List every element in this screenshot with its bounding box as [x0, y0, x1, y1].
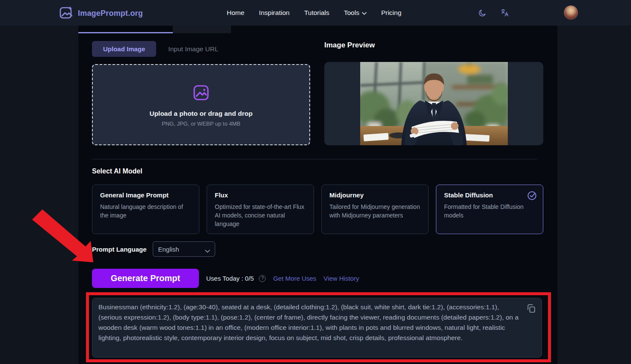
model-card-description: Formatted for Stable Diffusion models — [444, 203, 535, 220]
selected-check-icon — [527, 191, 537, 202]
select-chevron-down-icon — [205, 247, 210, 254]
generated-prompt-text: Businessman (ethnicity:1.2), (age:30-40)… — [98, 302, 523, 343]
prompt-language-row: Prompt Language English — [92, 241, 215, 257]
image-prompt-page: { "header": { "brand": "ImagePrompt.org"… — [0, 0, 631, 364]
section-divider — [92, 159, 537, 159]
tool-content-panel: Upload Image Input Image URL Upload a ph… — [78, 26, 557, 364]
model-card-title: Midjourney — [329, 191, 421, 199]
nav-tools[interactable]: Tools — [344, 9, 367, 17]
model-card-title: General Image Prompt — [100, 191, 191, 199]
view-history-link[interactable]: View History — [323, 275, 359, 282]
chevron-down-icon — [362, 9, 367, 17]
brand-logo[interactable]: ImagePrompt.org — [59, 6, 143, 21]
user-avatar[interactable] — [564, 6, 578, 20]
main-nav: Home Inspiration Tutorials Tools Pricing — [227, 0, 401, 26]
model-card-title: Stable Diffusion — [444, 191, 535, 199]
generated-prompt-box[interactable]: Businessman (ethnicity:1.2), (age:30-40)… — [92, 298, 542, 358]
image-preview-heading: Image Preview — [324, 41, 375, 50]
image-preview-container — [324, 62, 543, 145]
generate-row: Generate Prompt Uses Today : 0/5 ? Get M… — [92, 269, 359, 288]
prompt-language-label: Prompt Language — [92, 246, 147, 253]
model-card-description: Natural language description of the imag… — [100, 203, 191, 220]
nav-pricing[interactable]: Pricing — [381, 9, 401, 17]
dropzone-subtitle: PNG, JPG, or WEBP up to 4MB — [162, 120, 240, 127]
uploaded-businessman-photo — [360, 62, 508, 145]
red-annotation-rectangle: Businessman (ethnicity:1.2), (age:30-40)… — [86, 292, 551, 362]
tab-input-image-url[interactable]: Input Image URL — [168, 45, 218, 53]
language-select[interactable]: English — [153, 241, 215, 257]
model-card-stable-diffusion[interactable]: Stable Diffusion Formatted for Stable Di… — [436, 185, 543, 234]
top-navbar: ImagePrompt.org Home Inspiration Tutoria… — [0, 0, 631, 26]
model-card-description: Optimized for state-of-the-art Flux AI m… — [215, 203, 306, 228]
uses-today-label: Uses Today : 0/5 — [206, 275, 254, 282]
header-actions — [478, 0, 509, 26]
nav-home[interactable]: Home — [227, 9, 244, 17]
model-card-description: Tailored for Midjourney generation with … — [329, 203, 421, 220]
dark-mode-moon-icon[interactable] — [478, 9, 486, 17]
nav-inspiration[interactable]: Inspiration — [259, 9, 290, 17]
next-tool-tab-indicator[interactable] — [173, 26, 231, 33]
upload-image-icon — [191, 83, 211, 104]
tab-upload-image[interactable]: Upload Image — [92, 41, 156, 57]
upload-dropzone[interactable]: Upload a photo or drag and drop PNG, JPG… — [92, 64, 310, 145]
model-card-title: Flux — [215, 191, 306, 199]
source-tabs: Upload Image Input Image URL — [92, 41, 219, 57]
model-card-flux[interactable]: Flux Optimized for state-of-the-art Flux… — [207, 185, 314, 234]
model-card-general[interactable]: General Image Prompt Natural language de… — [92, 185, 199, 234]
language-selected-value: English — [158, 246, 179, 253]
generate-prompt-button[interactable]: Generate Prompt — [92, 269, 199, 288]
translate-language-icon[interactable] — [501, 9, 509, 17]
image-prompt-logo-icon — [59, 6, 73, 21]
model-card-midjourney[interactable]: Midjourney Tailored for Midjourney gener… — [321, 185, 429, 234]
nav-tutorials[interactable]: Tutorials — [304, 9, 329, 17]
active-tool-tab-indicator[interactable] — [78, 26, 173, 33]
uses-info-icon[interactable]: ? — [259, 275, 266, 282]
model-cards: General Image Prompt Natural language de… — [92, 185, 543, 234]
brand-title: ImagePrompt.org — [78, 9, 143, 18]
get-more-uses-link[interactable]: Get More Uses — [273, 275, 316, 282]
select-ai-model-heading: Select AI Model — [92, 167, 142, 175]
dropzone-title: Upload a photo or drag and drop — [149, 110, 252, 117]
copy-icon[interactable] — [526, 303, 536, 315]
